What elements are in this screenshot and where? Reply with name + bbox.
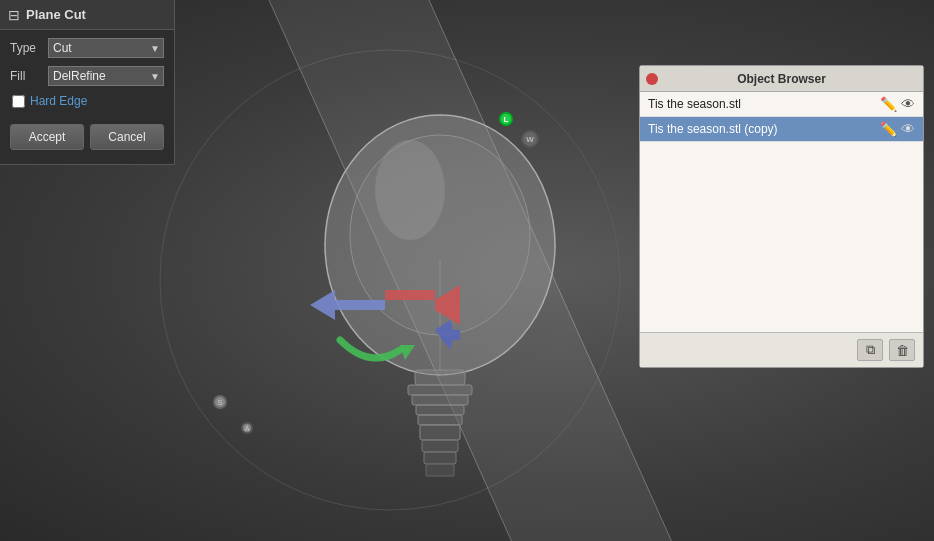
- marker-w: W: [521, 130, 539, 148]
- marker-green: L: [499, 112, 513, 126]
- fill-label: Fill: [10, 69, 48, 83]
- plane-cut-panel: ⊟ Plane Cut Type Cut Slice Fill ▼ Fill D…: [0, 0, 175, 165]
- ob-item-1-eye-icon[interactable]: 👁: [901, 96, 915, 112]
- ob-item-1-edit-icon[interactable]: ✏️: [880, 96, 897, 112]
- svg-rect-6: [408, 385, 472, 395]
- fill-field-row: Fill DelRefine None Flat ▼: [10, 66, 164, 86]
- svg-rect-12: [424, 452, 456, 464]
- svg-rect-9: [418, 415, 462, 425]
- fill-select[interactable]: DelRefine None Flat: [48, 66, 164, 86]
- ob-item-2-edit-icon[interactable]: ✏️: [880, 121, 897, 137]
- ob-item-2[interactable]: Tis the season.stl (copy) ✏️ 👁: [640, 117, 923, 142]
- ob-close-button[interactable]: [646, 73, 658, 85]
- panel-body: Type Cut Slice Fill ▼ Fill DelRefine Non…: [0, 30, 174, 164]
- ob-item-2-eye-icon[interactable]: 👁: [901, 121, 915, 137]
- svg-rect-8: [416, 405, 464, 415]
- cancel-button[interactable]: Cancel: [90, 124, 164, 150]
- s-marker-label: S: [217, 398, 222, 407]
- type-select-wrapper: Cut Slice Fill ▼: [48, 38, 164, 58]
- plane-cut-icon: ⊟: [8, 7, 20, 23]
- ob-title-bar: Object Browser: [640, 66, 923, 92]
- ob-title: Object Browser: [737, 72, 826, 86]
- ob-item-2-name: Tis the season.stl (copy): [648, 122, 876, 136]
- accept-button[interactable]: Accept: [10, 124, 84, 150]
- type-select[interactable]: Cut Slice Fill: [48, 38, 164, 58]
- svg-rect-11: [422, 440, 458, 452]
- button-row: Accept Cancel: [10, 120, 164, 156]
- marker-s: S: [213, 395, 227, 409]
- type-label: Type: [10, 41, 48, 55]
- hard-edge-checkbox[interactable]: [12, 95, 25, 108]
- ob-item-1-name: Tis the season.stl: [648, 97, 876, 111]
- svg-rect-7: [412, 395, 468, 405]
- ob-body: Tis the season.stl ✏️ 👁 Tis the season.s…: [640, 92, 923, 332]
- type-field-row: Type Cut Slice Fill ▼: [10, 38, 164, 58]
- hard-edge-row: Hard Edge: [10, 94, 164, 108]
- panel-title-bar: ⊟ Plane Cut: [0, 0, 174, 30]
- hard-edge-label[interactable]: Hard Edge: [30, 94, 87, 108]
- svg-rect-10: [420, 425, 460, 440]
- ob-delete-button[interactable]: 🗑: [889, 339, 915, 361]
- fill-select-wrapper: DelRefine None Flat ▼: [48, 66, 164, 86]
- w-marker-label: W: [526, 135, 534, 144]
- ob-item-1[interactable]: Tis the season.stl ✏️ 👁: [640, 92, 923, 117]
- svg-rect-13: [426, 464, 454, 476]
- marker-a: A: [241, 422, 253, 434]
- ob-duplicate-button[interactable]: ⧉: [857, 339, 883, 361]
- object-browser-panel: Object Browser Tis the season.stl ✏️ 👁 T…: [639, 65, 924, 368]
- svg-rect-5: [415, 370, 465, 385]
- ob-footer: ⧉ 🗑: [640, 332, 923, 367]
- a-marker-label: A: [245, 425, 250, 432]
- panel-title: Plane Cut: [26, 7, 86, 22]
